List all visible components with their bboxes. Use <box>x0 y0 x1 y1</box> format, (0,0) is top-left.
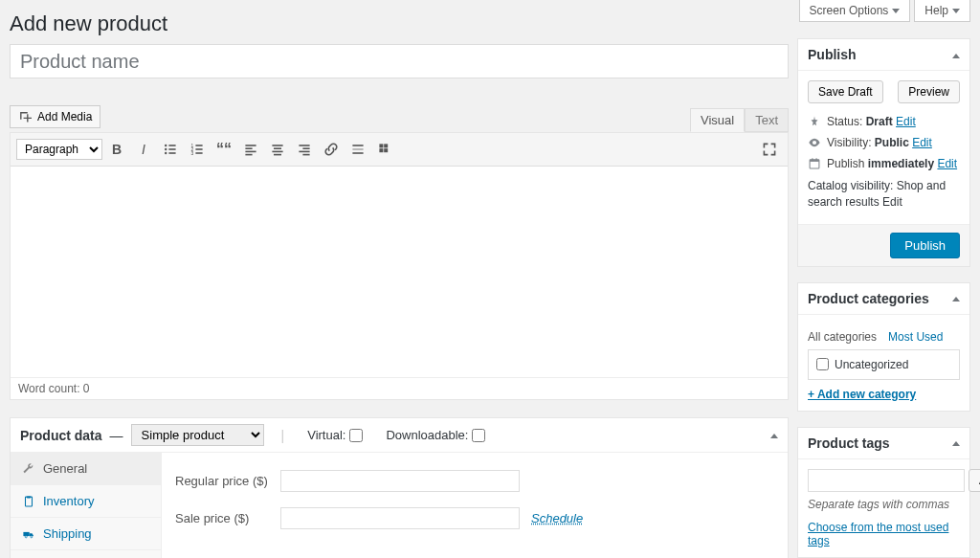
downloadable-label: Downloadable: <box>386 428 468 442</box>
pd-tab-inventory[interactable]: Inventory <box>11 485 161 518</box>
number-list-button[interactable]: 123 <box>185 137 210 162</box>
tags-toggle[interactable] <box>952 437 960 448</box>
edit-publish-date-link[interactable]: Edit <box>937 157 957 170</box>
fullscreen-button[interactable] <box>757 137 782 162</box>
svg-rect-29 <box>379 148 383 152</box>
svg-rect-17 <box>274 147 281 149</box>
save-draft-button[interactable]: Save Draft <box>808 80 883 103</box>
product-title-input[interactable] <box>10 44 789 78</box>
virtual-checkbox-wrap[interactable]: Virtual: <box>307 428 363 442</box>
edit-visibility-link[interactable]: Edit <box>912 136 932 149</box>
edit-status-link[interactable]: Edit <box>896 115 916 128</box>
tags-title: Product tags <box>808 435 890 451</box>
blockquote-button[interactable]: ““ <box>212 137 236 162</box>
bold-button[interactable]: B <box>104 137 129 162</box>
svg-rect-5 <box>168 152 175 154</box>
publish-toggle[interactable] <box>952 50 960 60</box>
sale-price-input[interactable] <box>280 507 520 529</box>
clipboard-icon <box>22 495 35 508</box>
product-data-dash: — <box>110 428 123 443</box>
schedule-link[interactable]: Schedule <box>531 511 583 525</box>
categories-title: Product categories <box>808 291 929 306</box>
editor-toolbar: Paragraph B I 123 ““ <box>11 133 788 167</box>
virtual-label: Virtual: <box>307 428 345 442</box>
add-tag-button[interactable]: Add <box>969 469 980 492</box>
format-select[interactable]: Paragraph <box>16 139 102 160</box>
uncategorized-checkbox[interactable] <box>816 358 829 370</box>
svg-rect-43 <box>810 160 819 162</box>
align-right-button[interactable] <box>292 137 317 162</box>
svg-point-0 <box>165 145 167 146</box>
svg-rect-25 <box>352 148 363 150</box>
svg-rect-3 <box>168 148 175 150</box>
caret-up-icon <box>952 54 960 58</box>
editor-tab-visual[interactable]: Visual <box>690 108 745 132</box>
publish-button[interactable]: Publish <box>890 233 960 258</box>
truck-icon <box>22 527 35 541</box>
help-label: Help <box>924 4 948 17</box>
regular-price-input[interactable] <box>280 470 520 492</box>
tag-note: Separate tags with commas <box>808 498 960 511</box>
cat-tab-most-used[interactable]: Most Used <box>888 330 943 344</box>
virtual-checkbox[interactable] <box>349 429 363 442</box>
svg-rect-32 <box>27 496 31 498</box>
pd-tab-linked[interactable]: Linked Products <box>11 550 161 558</box>
svg-rect-11 <box>195 152 202 154</box>
svg-text:3: 3 <box>191 151 194 156</box>
postbox-toggle[interactable] <box>770 430 778 440</box>
svg-rect-18 <box>272 151 282 153</box>
edit-catalog-visibility-link[interactable]: Edit <box>882 195 902 209</box>
page-title: Add new product <box>10 10 789 44</box>
categories-box: Product categories All categories Most U… <box>797 282 970 412</box>
svg-point-4 <box>165 152 167 154</box>
align-left-button[interactable] <box>238 137 263 162</box>
bullet-list-button[interactable] <box>158 137 183 162</box>
caret-up-icon <box>952 441 960 446</box>
choose-tags-link[interactable]: Choose from the most used tags <box>808 521 960 547</box>
add-media-button[interactable]: Add Media <box>10 105 100 128</box>
add-category-link[interactable]: + Add new category <box>808 388 916 401</box>
product-type-select[interactable]: Simple product <box>131 424 264 446</box>
media-icon <box>18 110 32 123</box>
pd-tab-shipping[interactable]: Shipping <box>11 518 161 550</box>
link-button[interactable] <box>319 137 344 162</box>
svg-rect-21 <box>302 147 309 149</box>
eye-icon <box>808 136 821 149</box>
svg-rect-23 <box>302 154 309 156</box>
categories-toggle[interactable] <box>952 293 960 303</box>
publish-title: Publish <box>808 47 857 62</box>
screen-options-button[interactable]: Screen Options <box>799 0 911 22</box>
svg-rect-12 <box>245 145 256 146</box>
cat-tab-all[interactable]: All categories <box>808 330 877 344</box>
align-center-button[interactable] <box>265 137 290 162</box>
svg-rect-31 <box>26 497 33 506</box>
svg-rect-13 <box>245 147 252 149</box>
downloadable-checkbox-wrap[interactable]: Downloadable: <box>386 428 485 442</box>
editor-body[interactable] <box>11 167 788 377</box>
svg-rect-14 <box>245 151 256 153</box>
category-item[interactable]: Uncategorized <box>816 358 951 371</box>
downloadable-checkbox[interactable] <box>472 429 485 442</box>
wrench-icon <box>22 462 35 476</box>
screen-options-label: Screen Options <box>810 4 889 17</box>
help-button[interactable]: Help <box>914 0 970 22</box>
tags-box: Product tags Add Separate tags with comm… <box>797 427 970 558</box>
svg-point-35 <box>31 535 33 537</box>
caret-down-icon <box>892 9 900 13</box>
svg-rect-15 <box>245 154 252 156</box>
insert-more-button[interactable] <box>345 137 370 162</box>
pd-tab-general[interactable]: General <box>11 453 161 485</box>
editor-tab-text[interactable]: Text <box>745 108 789 132</box>
tag-input[interactable] <box>808 469 965 492</box>
svg-rect-7 <box>195 145 202 146</box>
toolbar-toggle-button[interactable] <box>372 137 397 162</box>
preview-button[interactable]: Preview <box>898 80 960 103</box>
sale-price-label: Sale price ($) <box>175 511 280 525</box>
product-data-label: Product data <box>20 428 102 443</box>
svg-rect-9 <box>195 148 202 150</box>
italic-button[interactable]: I <box>131 137 156 162</box>
caret-down-icon <box>952 9 960 13</box>
svg-rect-19 <box>274 154 281 156</box>
regular-price-label: Regular price ($) <box>175 474 280 488</box>
svg-point-34 <box>25 535 27 537</box>
